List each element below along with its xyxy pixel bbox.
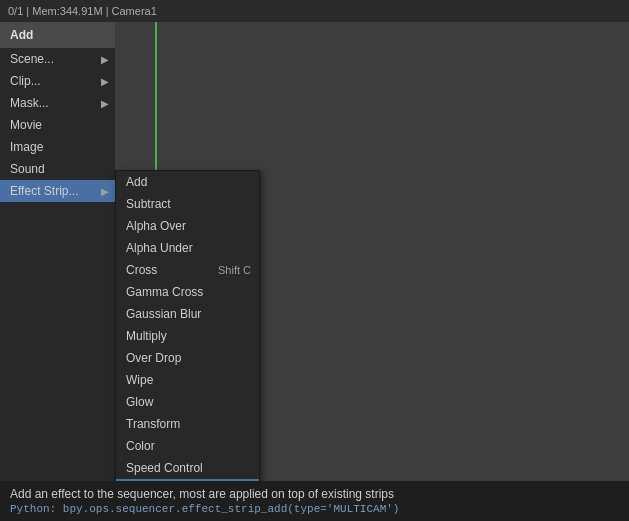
sidebar-header: Add (0, 22, 115, 48)
sidebar-item-scene-label: Scene... (10, 52, 54, 66)
submenu-item-alpha-under-label: Alpha Under (126, 241, 193, 255)
submenu-item-gaussian-blur[interactable]: Gaussian Blur (116, 303, 259, 325)
tooltip-main-text: Add an effect to the sequencer, most are… (10, 487, 619, 501)
sidebar-arrow-effect-strip: ▶ (101, 186, 109, 197)
sidebar-arrow-mask: ▶ (101, 98, 109, 109)
submenu-item-wipe[interactable]: Wipe (116, 369, 259, 391)
submenu-item-glow-label: Glow (126, 395, 153, 409)
tooltip-bar: Add an effect to the sequencer, most are… (0, 481, 629, 521)
sidebar-arrow-clip: ▶ (101, 76, 109, 87)
sidebar-item-mask[interactable]: Mask... ▶ (0, 92, 115, 114)
submenu-item-add[interactable]: Add (116, 171, 259, 193)
submenu-item-cross[interactable]: Cross Shift C (116, 259, 259, 281)
sidebar-item-movie[interactable]: Movie (0, 114, 115, 136)
submenu-item-multiply-label: Multiply (126, 329, 167, 343)
sidebar-arrow-scene: ▶ (101, 54, 109, 65)
submenu-item-transform[interactable]: Transform (116, 413, 259, 435)
submenu-item-transform-label: Transform (126, 417, 180, 431)
submenu-item-wipe-label: Wipe (126, 373, 153, 387)
submenu-item-subtract[interactable]: Subtract (116, 193, 259, 215)
sidebar-item-mask-label: Mask... (10, 96, 49, 110)
submenu-item-subtract-label: Subtract (126, 197, 171, 211)
submenu-item-color[interactable]: Color (116, 435, 259, 457)
submenu-item-cross-label: Cross (126, 263, 157, 277)
submenu-item-glow[interactable]: Glow (116, 391, 259, 413)
sidebar-item-sound[interactable]: Sound (0, 158, 115, 180)
submenu-item-cross-shortcut: Shift C (218, 264, 251, 276)
submenu-item-gamma-cross-label: Gamma Cross (126, 285, 203, 299)
submenu-item-gaussian-blur-label: Gaussian Blur (126, 307, 201, 321)
submenu-item-speed-control-label: Speed Control (126, 461, 203, 475)
sidebar-header-label: Add (10, 28, 33, 42)
submenu-item-over-drop-label: Over Drop (126, 351, 181, 365)
top-bar-info: 0/1 | Mem:344.91M | Camera1 (8, 5, 157, 17)
submenu-item-alpha-under[interactable]: Alpha Under (116, 237, 259, 259)
sidebar-item-clip-label: Clip... (10, 74, 41, 88)
submenu-item-alpha-over-label: Alpha Over (126, 219, 186, 233)
submenu-item-alpha-over[interactable]: Alpha Over (116, 215, 259, 237)
tooltip-python-text: Python: bpy.ops.sequencer.effect_strip_a… (10, 503, 619, 515)
sidebar-item-scene[interactable]: Scene... ▶ (0, 48, 115, 70)
sidebar-item-image-label: Image (10, 140, 43, 154)
sidebar-menu: Add Scene... ▶ Clip... ▶ Mask... ▶ Movie… (0, 22, 115, 521)
submenu-item-color-label: Color (126, 439, 155, 453)
top-bar: 0/1 | Mem:344.91M | Camera1 (0, 0, 629, 22)
sidebar-item-effect-strip-label: Effect Strip... (10, 184, 78, 198)
submenu-item-over-drop[interactable]: Over Drop (116, 347, 259, 369)
submenu-item-multiply[interactable]: Multiply (116, 325, 259, 347)
sidebar-item-movie-label: Movie (10, 118, 42, 132)
submenu-item-gamma-cross[interactable]: Gamma Cross (116, 281, 259, 303)
sidebar-item-image[interactable]: Image (0, 136, 115, 158)
main-area: Add Scene... ▶ Clip... ▶ Mask... ▶ Movie… (0, 22, 629, 521)
submenu-item-add-label: Add (126, 175, 147, 189)
sidebar-item-sound-label: Sound (10, 162, 45, 176)
effect-strip-submenu: Add Subtract Alpha Over Alpha Under Cros… (115, 170, 260, 521)
sidebar-item-clip[interactable]: Clip... ▶ (0, 70, 115, 92)
submenu-item-speed-control[interactable]: Speed Control (116, 457, 259, 479)
sidebar-item-effect-strip[interactable]: Effect Strip... ▶ (0, 180, 115, 202)
